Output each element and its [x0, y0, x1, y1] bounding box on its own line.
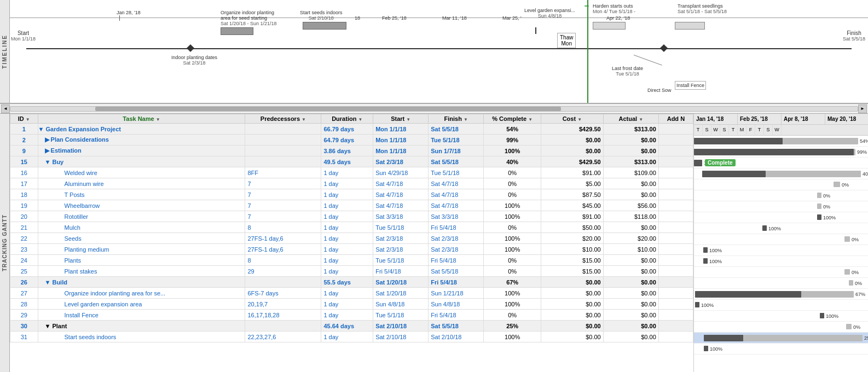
col-pred-sort[interactable]: ▼	[302, 117, 306, 122]
cell-predecessors: 8FF	[245, 167, 321, 178]
milestone-indoor-label: Indoor planting dates Sat 2/3/18	[171, 55, 217, 66]
cell-pct: 0%	[484, 310, 541, 321]
direct-sow-label: Direct Sow	[647, 88, 672, 93]
gantt-bar-completed	[703, 247, 708, 253]
cell-cost: $0.00	[541, 299, 604, 310]
table-row[interactable]: 27 Organize indoor planting area for se.…	[10, 288, 693, 299]
col-start-sort[interactable]: ▼	[406, 117, 410, 122]
gantt-row: 100%	[694, 223, 868, 234]
cell-id: 2	[10, 135, 38, 146]
gantt-day-row: T S W S T M F T S W	[694, 125, 868, 135]
table-row[interactable]: 9 ▶ Estimation 3.86 days Mon 1/1/18 Sun …	[10, 146, 693, 156]
cell-id: 26	[10, 277, 38, 288]
table-row[interactable]: 22 Seeds 27FS-1 day,6 1 day Sat 2/3/18 S…	[10, 233, 693, 244]
gantt-bar-bg	[817, 193, 821, 198]
table-row[interactable]: 31 Start seeds indoors 22,23,27,6 1 day …	[10, 332, 693, 342]
cell-actual: $0.00	[603, 135, 658, 146]
table-row[interactable]: 28 Level garden expansion area 20,19,7 1…	[10, 299, 693, 310]
col-header-task-name[interactable]: Task Name ▼	[38, 114, 245, 124]
gantt-pct-label: 25%	[864, 335, 868, 341]
cell-pct: 0%	[484, 189, 541, 200]
col-cost-label: Cost	[563, 115, 576, 122]
col-header-actual[interactable]: Actual ▼	[603, 114, 658, 124]
col-header-duration[interactable]: Duration ▼	[321, 114, 373, 124]
cell-predecessors	[245, 321, 321, 332]
table-row[interactable]: 30 ▼ Plant 45.64 days Sat 2/10/18 Sat 5/…	[10, 321, 693, 332]
table-row[interactable]: 19 Wheelbarrow 7 1 day Sat 4/7/18 Sat 4/…	[10, 200, 693, 211]
table-row[interactable]: 29 Install Fence 16,17,18,28 1 day Tue 5…	[10, 310, 693, 321]
table-row[interactable]: 1 ▼ Garden Expansion Project 66.79 days …	[10, 124, 693, 135]
cell-id: 17	[10, 178, 38, 189]
cell-actual: $118.00	[603, 211, 658, 222]
col-header-cost[interactable]: Cost ▼	[541, 114, 604, 124]
task-table: ID ▼ Task Name ▼ Predecessors ▼ Duration…	[10, 114, 693, 342]
gantt-rows-container: 54%99%100%Complete40%0%0%0%100%100%0%100…	[694, 136, 868, 354]
cell-cost: $0.00	[541, 277, 604, 288]
table-row[interactable]: 24 Plants 8 1 day Tue 5/1/18 Fri 5/4/18 …	[10, 255, 693, 266]
gantt-day-T3: T	[755, 125, 764, 135]
cell-pct: 100%	[484, 211, 541, 222]
col-actual-sort[interactable]: ▼	[639, 117, 643, 122]
tl-bar-harden	[593, 22, 626, 30]
col-id-sort[interactable]: ▼	[26, 117, 30, 122]
cell-predecessors: 27FS-1 day,6	[245, 233, 321, 244]
cell-task-name: ▼ Buy	[38, 156, 245, 167]
table-row[interactable]: 23 Planting medium 27FS-1 day,6 1 day Sa…	[10, 244, 693, 255]
cell-start: Tue 5/1/18	[373, 222, 429, 233]
cell-task-name: Plants	[38, 255, 245, 266]
cell-add-note	[658, 310, 693, 321]
col-dur-sort[interactable]: ▼	[358, 117, 362, 122]
table-row[interactable]: 2 ▶ Plan Considerations 64.79 days Mon 1…	[10, 135, 693, 146]
col-header-finish[interactable]: Finish ▼	[429, 114, 484, 124]
cell-predecessors: 7	[245, 200, 321, 211]
table-row[interactable]: 21 Mulch 8 1 day Tue 5/1/18 Fri 5/4/18 0…	[10, 222, 693, 233]
col-pct-sort[interactable]: ▼	[528, 117, 533, 122]
cell-duration: 64.79 days	[321, 135, 373, 146]
col-task-sort[interactable]: ▼	[156, 117, 160, 122]
gantt-pct-label: 100%	[768, 226, 781, 231]
gantt-day-T1: T	[694, 125, 703, 135]
table-header-row: ID ▼ Task Name ▼ Predecessors ▼ Duration…	[10, 114, 693, 124]
cell-task-name: ▶ Plan Considerations	[38, 135, 245, 146]
cell-predecessors: 7	[245, 211, 321, 222]
scrollbar-track[interactable]	[10, 106, 858, 112]
col-cost-sort[interactable]: ▼	[577, 117, 582, 122]
cell-actual: $0.00	[603, 332, 658, 342]
cell-duration: 1 day	[321, 200, 373, 211]
scrollbar-thumb[interactable]	[95, 107, 561, 111]
cell-task-name: Level garden expansion area	[38, 299, 245, 310]
cell-cost: $91.00	[541, 167, 604, 178]
col-finish-sort[interactable]: ▼	[464, 117, 468, 122]
table-row[interactable]: 25 Plant stakes 29 1 day Fri 5/4/18 Sat …	[10, 266, 693, 277]
col-header-predecessors[interactable]: Predecessors ▼	[245, 114, 321, 124]
gantt-row: 99%	[694, 147, 868, 158]
cell-finish: Tue 5/1/18	[429, 135, 484, 146]
table-row[interactable]: 18 T Posts 7 1 day Sat 4/7/18 Sat 4/7/18…	[10, 189, 693, 200]
scroll-left-button[interactable]: ◄	[1, 104, 10, 113]
cell-predecessors: 22,23,27,6	[245, 332, 321, 342]
cell-pct: 100%	[484, 299, 541, 310]
scroll-right-button[interactable]: ►	[858, 104, 867, 113]
table-row[interactable]: 26 ▼ Build 55.5 days Sat 1/20/18 Fri 5/4…	[10, 277, 693, 288]
col-header-id[interactable]: ID ▼	[10, 114, 38, 124]
gantt-row: 0%	[694, 322, 868, 333]
cell-start: Sat 2/3/18	[373, 156, 429, 167]
gantt-pct-label: 0%	[823, 193, 830, 199]
gantt-row: 100%	[694, 212, 868, 223]
harden-date: Mon 4/ Tue 5/1/18 -	[593, 9, 635, 14]
col-finish-label: Finish	[444, 115, 462, 122]
cell-task-name: ▼ Garden Expansion Project	[38, 124, 245, 135]
gantt-bar-completed	[694, 160, 702, 166]
col-header-start[interactable]: Start ▼	[373, 114, 429, 124]
table-row[interactable]: 16 Welded wire 8FF 1 day Sun 4/29/18 Tue…	[10, 167, 693, 178]
cell-task-name: Planting medium	[38, 244, 245, 255]
cell-add-note	[658, 288, 693, 299]
cell-cost: $429.50	[541, 124, 604, 135]
table-row[interactable]: 15 ▼ Buy 49.5 days Sat 2/3/18 Sat 5/5/18…	[10, 156, 693, 167]
col-header-pct[interactable]: % Complete ▼	[484, 114, 541, 124]
cell-cost: $0.00	[541, 321, 604, 332]
gantt-row: 0%	[694, 190, 868, 201]
table-row[interactable]: 20 Rototiller 7 1 day Sat 3/3/18 Sat 3/3…	[10, 211, 693, 222]
cell-id: 9	[10, 146, 38, 156]
table-row[interactable]: 17 Aluminum wire 7 1 day Sat 4/7/18 Sat …	[10, 178, 693, 189]
